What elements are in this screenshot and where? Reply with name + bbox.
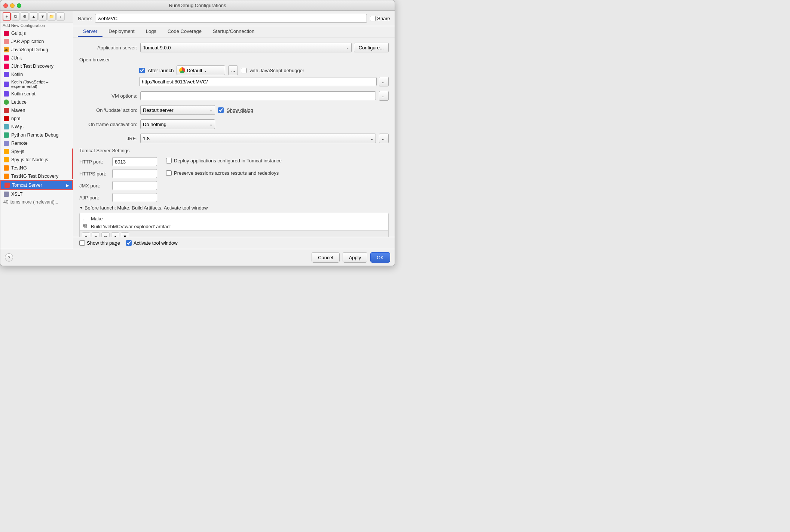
server-tab-content: Application server: Tomcat 9.0.0 ⌄ Confi… <box>73 37 395 237</box>
tab-code-coverage[interactable]: Code Coverage <box>162 26 207 37</box>
window-controls[interactable] <box>3 3 21 8</box>
list-item-junit[interactable]: JUnit <box>0 54 73 62</box>
list-item-kotlin-script[interactable]: Kotlin script <box>0 90 73 98</box>
list-item-label: Spy-js <box>11 149 70 154</box>
cancel-button[interactable]: Cancel <box>312 252 339 263</box>
list-item-remote[interactable]: Remote <box>0 139 73 147</box>
launch-edit-button[interactable]: ✏ <box>101 232 110 237</box>
add-new-label: Add New Configuration <box>0 22 73 28</box>
app-server-controls: Tomcat 9.0.0 ⌄ Configure... <box>140 43 389 52</box>
list-item-spyjs[interactable]: Spy-js <box>0 147 73 156</box>
collapse-arrow-icon[interactable]: ▼ <box>79 206 83 210</box>
move-up-button[interactable]: ▲ <box>30 12 38 21</box>
vm-options-input[interactable] <box>140 91 376 100</box>
arrow-up-icon: ▲ <box>32 14 36 19</box>
add-config-button[interactable]: + <box>3 12 11 21</box>
artifact-icon: 🏗 <box>83 224 89 229</box>
apply-button[interactable]: Apply <box>343 252 368 263</box>
launch-item-artifact[interactable]: 🏗 Build 'webMCV:war exploded' artifact <box>80 223 388 230</box>
list-item-tomcat[interactable]: Tomcat Server ▶ <box>0 180 73 190</box>
list-item-kotlin[interactable]: Kotlin <box>0 70 73 79</box>
copy-config-button[interactable]: ⧉ <box>12 12 20 21</box>
right-panel: Name: Share Server Deployment Logs Code … <box>73 11 395 249</box>
list-item-kotlin-js[interactable]: Kotlin (JavaScript – experimental) <box>0 79 73 90</box>
https-port-input[interactable] <box>112 169 157 178</box>
list-item-jsdebug[interactable]: JS JavaScript Debug <box>0 46 73 54</box>
launch-add-button[interactable]: + <box>82 232 90 237</box>
launch-down-button[interactable]: ▼ <box>121 232 129 237</box>
url-options-button[interactable]: ... <box>379 77 389 86</box>
nwjs-icon <box>3 124 9 130</box>
list-item-testng[interactable]: TestNG <box>0 164 73 172</box>
move-down-button[interactable]: ▼ <box>39 12 47 21</box>
url-input[interactable] <box>139 77 377 86</box>
help-button[interactable]: ? <box>5 253 13 262</box>
tab-deployment[interactable]: Deployment <box>103 26 140 37</box>
tab-server[interactable]: Server <box>78 26 102 37</box>
list-item-lettuce[interactable]: Lettuce <box>0 98 73 106</box>
list-item-label: Spy-js for Node.js <box>11 157 70 162</box>
https-port-row: HTTPS port: <box>79 169 157 178</box>
kotlin-js-icon <box>3 81 9 87</box>
launch-item-make[interactable]: ↓ Make <box>80 215 388 223</box>
on-frame-value: Do nothing <box>143 122 166 127</box>
show-page-checkbox[interactable] <box>79 240 85 246</box>
folder-button[interactable]: 📁 <box>48 12 56 21</box>
js-debugger-checkbox[interactable] <box>241 68 247 73</box>
list-item-xslt[interactable]: XSLT <box>0 190 73 198</box>
app-server-value: Tomcat 9.0.0 <box>143 45 171 51</box>
activate-tool-checkbox[interactable] <box>126 240 132 246</box>
list-item-spyjs-node[interactable]: Spy-js for Node.js <box>0 156 73 164</box>
browser-select[interactable]: Default ⌄ <box>177 65 225 75</box>
after-launch-checkbox[interactable] <box>139 68 145 73</box>
list-item-junit-discovery[interactable]: JUnit Test Discovery <box>0 62 73 70</box>
minimize-button[interactable] <box>10 3 15 8</box>
list-item-gulp[interactable]: Gulp.js <box>0 29 73 37</box>
list-item-maven[interactable]: Maven <box>0 106 73 114</box>
tab-logs[interactable]: Logs <box>141 26 162 37</box>
list-item-jar[interactable]: JAR Application <box>0 37 73 46</box>
jre-options-button[interactable]: ... <box>379 134 389 143</box>
configure-button[interactable]: Configure... <box>354 43 389 52</box>
on-update-value: Restart server <box>143 107 174 113</box>
tomcat-settings-label: Tomcat Server Settings <box>79 148 389 153</box>
preserve-checkbox[interactable] <box>166 170 172 176</box>
http-port-input[interactable] <box>112 157 157 166</box>
list-item-testng-discovery[interactable]: TestNG Test Discovery <box>0 172 73 180</box>
vm-options-button[interactable]: ... <box>379 91 389 101</box>
launch-up-button[interactable]: ▲ <box>111 232 119 237</box>
app-server-select[interactable]: Tomcat 9.0.0 ⌄ <box>140 43 352 52</box>
port-deploy-row: HTTP port: HTTPS port: JMX port: AJP por… <box>79 157 389 202</box>
settings-button[interactable]: ⚙ <box>21 12 29 21</box>
on-frame-select[interactable]: Do nothing ⌄ <box>140 119 215 129</box>
sort-button[interactable]: ↕ <box>56 12 65 21</box>
on-update-select[interactable]: Restart server ⌄ <box>140 105 215 115</box>
show-dialog-checkbox[interactable] <box>218 107 224 113</box>
config-list: Gulp.js JAR Application JS JavaScript De… <box>0 28 73 249</box>
submenu-highlight-border: Add New 'Tomcat Server' Configuration 🖥 … <box>72 149 73 179</box>
list-item-nwjs[interactable]: NW.js <box>0 123 73 131</box>
list-item-more[interactable]: 40 items more (irrelevant)... <box>0 198 73 206</box>
xslt-icon <box>3 191 9 197</box>
list-item-label: JAR Application <box>11 39 70 44</box>
share-checkbox[interactable] <box>370 16 376 21</box>
launch-remove-button[interactable]: − <box>92 232 100 237</box>
list-item-python[interactable]: Python Remote Debug <box>0 131 73 139</box>
left-panel: + ⧉ ⚙ ▲ ▼ 📁 ↕ Add New Configuration G <box>0 11 73 249</box>
browser-options-button[interactable]: ... <box>228 65 238 75</box>
tab-startup[interactable]: Startup/Connection <box>208 26 260 37</box>
name-input[interactable] <box>95 14 367 23</box>
deploy-checkbox[interactable] <box>166 158 172 163</box>
close-button[interactable] <box>3 3 8 8</box>
ajp-port-input[interactable] <box>112 193 157 202</box>
list-item-npm[interactable]: npm <box>0 114 73 123</box>
tabs-bar: Server Deployment Logs Code Coverage Sta… <box>73 26 395 37</box>
list-item-label: Kotlin (JavaScript – experimental) <box>11 80 70 89</box>
jre-label: JRE: <box>79 136 137 141</box>
js-debugger-label: with JavaScript debugger <box>249 68 304 73</box>
jre-select[interactable]: 1.8 ⌄ <box>140 134 376 143</box>
ok-button[interactable]: OK <box>370 252 390 263</box>
jmx-port-input[interactable] <box>112 181 157 190</box>
maximize-button[interactable] <box>17 3 21 8</box>
browser-row: After launch Default ⌄ ... with JavaScri… <box>139 65 389 75</box>
